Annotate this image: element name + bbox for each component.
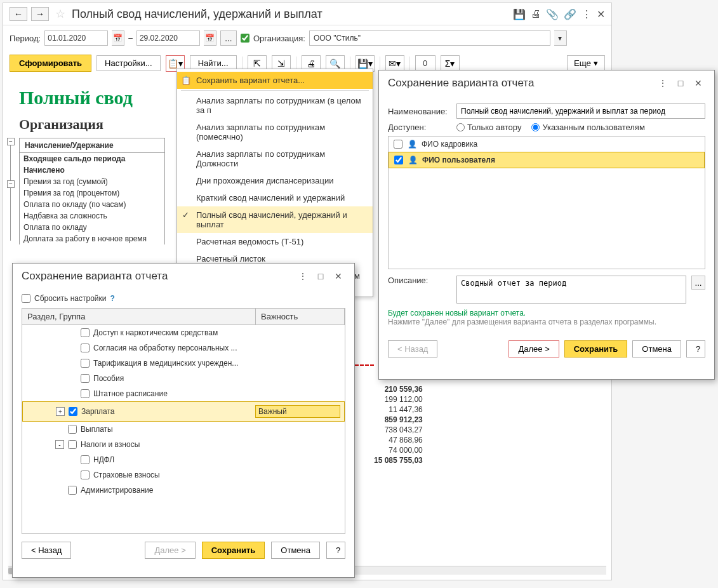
user-list[interactable]: 👤ФИО кадровика👤ФИО пользователя	[388, 136, 705, 269]
chevron-down-icon[interactable]: ▾	[554, 30, 567, 46]
tree-row[interactable]: Согласия на обработку персональных ...	[22, 340, 345, 356]
tree-checkbox[interactable]	[81, 374, 90, 383]
cancel-button[interactable]: Отмена	[632, 340, 681, 357]
kebab-icon[interactable]: ⋮	[582, 8, 592, 20]
tree-checkbox[interactable]	[68, 486, 77, 495]
tree-checkbox[interactable]	[81, 455, 90, 464]
close-icon[interactable]: ✕	[691, 77, 705, 90]
sigma-button[interactable]: Σ▾	[441, 55, 460, 72]
tree-row[interactable]: -Налоги и взносы	[22, 437, 345, 452]
report-value: 74 000,00	[369, 445, 428, 455]
tree-row[interactable]: Выплаты	[22, 422, 345, 437]
save-variant-icon: 📋	[181, 76, 191, 85]
menu-save-variant[interactable]: 📋 Сохранить вариант отчета...	[177, 72, 373, 89]
more-button[interactable]: Еще ▾	[567, 55, 605, 71]
user-row[interactable]: 👤ФИО пользователя	[389, 152, 705, 168]
cancel-button[interactable]: Отмена	[271, 542, 320, 559]
tree-collapse-icon[interactable]: −	[7, 138, 15, 145]
maximize-icon[interactable]: □	[674, 77, 688, 90]
settings-button[interactable]: Настройки...	[96, 55, 161, 71]
maximize-icon[interactable]: □	[314, 270, 328, 283]
save-button[interactable]: Сохранить	[564, 340, 628, 357]
kebab-icon[interactable]: ⋮	[656, 77, 670, 90]
menu-item[interactable]: Краткий свод начислений и удержаний	[177, 189, 373, 206]
help-button[interactable]: ?	[686, 340, 705, 357]
back-button[interactable]: < Назад	[22, 542, 71, 559]
expand-icon[interactable]: +	[56, 407, 65, 416]
forward-button[interactable]: →	[31, 7, 49, 21]
next-button[interactable]: Далее >	[509, 340, 559, 357]
report-value: 47 868,96	[369, 435, 428, 445]
close-icon[interactable]: ✕	[331, 270, 345, 283]
org-checkbox[interactable]	[241, 34, 249, 43]
close-icon[interactable]: ✕	[597, 8, 605, 20]
period-ellipsis-button[interactable]: ...	[220, 30, 237, 46]
tree-line	[10, 145, 11, 241]
print-icon[interactable]: 🖨	[531, 8, 541, 20]
desc-input[interactable]	[456, 276, 686, 304]
importance-value[interactable]: Важный	[255, 405, 340, 418]
reset-label: Сбросить настройки	[34, 294, 106, 303]
tree-checkbox[interactable]	[81, 471, 90, 479]
date-from-input[interactable]: 01.01.2020	[44, 30, 108, 46]
help-button[interactable]: ?	[326, 542, 345, 559]
user-name: ФИО пользователя	[422, 156, 495, 164]
tree-row[interactable]: НДФЛ	[22, 452, 345, 467]
tree-checkbox[interactable]	[68, 440, 77, 449]
tree-collapse-icon[interactable]: −	[7, 180, 15, 188]
radio-users[interactable]: Указанным пользователям	[531, 123, 644, 132]
report-row: Надбавка за сложность	[19, 210, 165, 222]
tree-checkbox[interactable]	[81, 389, 90, 398]
date-to-input[interactable]: 29.02.2020	[136, 30, 200, 46]
tree-row[interactable]: Страховые взносы	[22, 467, 345, 483]
person-icon: 👤	[408, 140, 416, 149]
tree-label: Страховые взносы	[93, 471, 160, 479]
save-button[interactable]: Сохранить	[202, 542, 265, 559]
tree-row[interactable]: Тарификация в медицинских учрежден...	[22, 356, 345, 371]
menu-item[interactable]: Дни прохождения диспансеризации	[177, 172, 373, 189]
name-input[interactable]	[456, 104, 705, 119]
form-button[interactable]: Сформировать	[10, 55, 91, 72]
separator	[409, 57, 410, 70]
save-icon[interactable]: 💾	[513, 8, 526, 20]
link-icon[interactable]: 🔗	[564, 8, 576, 20]
reset-checkbox[interactable]	[22, 294, 30, 303]
tree-row[interactable]: +ЗарплатаВажный	[22, 401, 345, 422]
help-icon[interactable]: ?	[110, 294, 114, 303]
tree-label: Пособия	[93, 374, 124, 383]
menu-item[interactable]: ✓Полный свод начислений, удержаний и вып…	[177, 206, 373, 233]
reset-row: Сбросить настройки ?	[13, 289, 354, 308]
tree-row[interactable]: Доступ к наркотическим средствам	[22, 325, 345, 340]
next-button[interactable]: Далее >	[145, 542, 195, 559]
menu-item[interactable]: Анализ зарплаты по сотрудникам (помесячн…	[177, 119, 373, 145]
tree-row[interactable]: Пособия	[22, 371, 345, 386]
attach-icon[interactable]: 📎	[546, 8, 559, 20]
mail-button[interactable]: ✉▾	[385, 55, 404, 72]
tree-checkbox[interactable]	[68, 425, 77, 434]
user-row[interactable]: 👤ФИО кадровика	[389, 137, 705, 152]
tree-checkbox[interactable]	[81, 344, 90, 352]
menu-item[interactable]: Анализ зарплаты по сотрудникам Должности	[177, 145, 373, 172]
tree-checkbox[interactable]	[81, 359, 90, 368]
calendar-icon[interactable]: 📅	[204, 30, 216, 46]
menu-separator	[181, 90, 369, 91]
org-select[interactable]: ООО "Стиль"	[309, 30, 550, 46]
col-importance: Важность	[256, 309, 345, 324]
tree-checkbox[interactable]	[81, 328, 90, 337]
tree-row[interactable]: Администрирование	[22, 483, 345, 498]
period-label: Период:	[10, 34, 41, 43]
tree-checkbox[interactable]	[69, 407, 77, 416]
calendar-icon[interactable]: 📅	[112, 30, 124, 46]
back-button[interactable]: < Назад	[388, 340, 437, 357]
radio-author[interactable]: Только автору	[456, 123, 521, 132]
desc-ellipsis-button[interactable]: ...	[691, 276, 705, 290]
user-checkbox[interactable]	[394, 156, 403, 164]
menu-item[interactable]: Анализ зарплаты по сотрудникам (в целом …	[177, 92, 373, 119]
tree-row[interactable]: Штатное расписание	[22, 386, 345, 401]
kebab-icon[interactable]: ⋮	[296, 270, 310, 283]
user-checkbox[interactable]	[394, 140, 402, 149]
collapse-icon[interactable]: -	[55, 440, 64, 449]
favorite-icon[interactable]: ☆	[55, 7, 65, 21]
menu-item[interactable]: Расчетная ведомость (Т-51)	[177, 233, 373, 250]
back-button[interactable]: ←	[10, 7, 27, 21]
